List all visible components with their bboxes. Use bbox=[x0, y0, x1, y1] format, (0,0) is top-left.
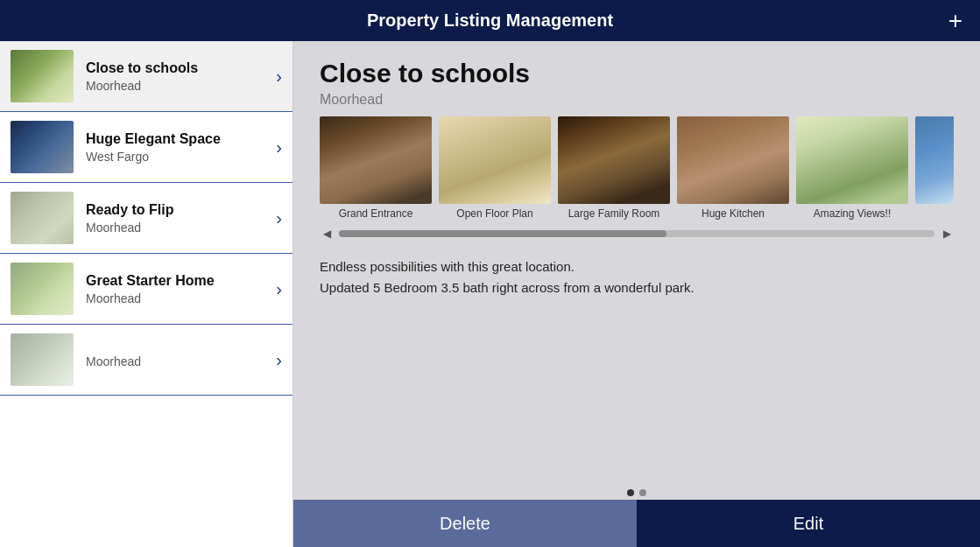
detail-subtitle: Moorhead bbox=[320, 92, 954, 108]
sidebar-item-great-starter-home[interactable]: Great Starter HomeMoorhead› bbox=[0, 254, 293, 325]
photo-item-4[interactable]: Amazing Views!! bbox=[796, 116, 908, 220]
app-header: Property Listing Management + bbox=[0, 0, 980, 41]
sidebar-item-subtitle-3: Moorhead bbox=[86, 291, 269, 305]
scroll-left-button[interactable]: ◀ bbox=[320, 227, 334, 241]
photo-thumb-5 bbox=[915, 116, 954, 204]
photo-label-2: Large Family Room bbox=[568, 207, 660, 220]
sidebar-item-title-0: Close to schools bbox=[86, 60, 269, 76]
dot-2 bbox=[639, 489, 646, 496]
sidebar-item-text-3: Great Starter HomeMoorhead bbox=[86, 273, 269, 305]
photo-thumb-3 bbox=[677, 116, 789, 204]
photo-item-2[interactable]: Large Family Room bbox=[558, 116, 670, 220]
description-line2: Updated 5 Bedroom 3.5 bath right across … bbox=[320, 277, 954, 298]
photo-item-5[interactable] bbox=[915, 116, 954, 220]
photo-label-1: Open Floor Plan bbox=[456, 207, 532, 220]
sidebar-item-subtitle-4: Moorhead bbox=[86, 354, 269, 368]
photo-item-0[interactable]: Grand Entrance bbox=[320, 116, 432, 220]
description-line1: Endless possibilities with this great lo… bbox=[320, 256, 954, 277]
sidebar-item-subtitle-2: Moorhead bbox=[86, 221, 269, 235]
sidebar-item-text-1: Huge Elegant SpaceWest Fargo bbox=[86, 131, 269, 164]
photo-item-3[interactable]: Huge Kitchen bbox=[677, 116, 789, 220]
sidebar-item-subtitle-1: West Fargo bbox=[86, 150, 269, 164]
detail-header: Close to schools Moorhead bbox=[293, 41, 980, 116]
sidebar-item-moorhead-5[interactable]: Moorhead› bbox=[0, 325, 293, 396]
chevron-right-icon-3: › bbox=[276, 279, 282, 299]
photo-thumb-1 bbox=[439, 116, 551, 204]
sidebar-item-text-2: Ready to FlipMoorhead bbox=[86, 202, 269, 235]
chevron-right-icon-4: › bbox=[276, 350, 282, 370]
scrollbar-area: ◀ ▶ bbox=[293, 223, 980, 244]
sidebar-item-close-to-schools[interactable]: Close to schoolsMoorhead› bbox=[0, 41, 293, 112]
sidebar-item-ready-to-flip[interactable]: Ready to FlipMoorhead› bbox=[0, 183, 293, 254]
scroll-track[interactable] bbox=[339, 230, 934, 237]
sidebar-item-image-0 bbox=[11, 50, 74, 102]
scroll-thumb bbox=[339, 230, 666, 237]
sidebar-item-image-3 bbox=[11, 263, 74, 315]
scroll-right-button[interactable]: ▶ bbox=[940, 227, 954, 241]
main-layout: Close to schoolsMoorhead›Huge Elegant Sp… bbox=[0, 41, 980, 547]
sidebar-item-image-4 bbox=[11, 333, 74, 386]
sidebar-item-text-4: Moorhead bbox=[86, 352, 269, 368]
photo-thumb-4 bbox=[796, 116, 908, 204]
detail-title: Close to schools bbox=[320, 59, 954, 88]
sidebar-item-subtitle-0: Moorhead bbox=[86, 79, 269, 93]
sidebar-item-image-1 bbox=[11, 121, 74, 173]
photo-label-3: Huge Kitchen bbox=[702, 207, 765, 220]
sidebar-item-title-1: Huge Elegant Space bbox=[86, 131, 269, 147]
photo-thumb-2 bbox=[558, 116, 670, 204]
detail-panel: Close to schools Moorhead Grand Entrance… bbox=[293, 41, 980, 547]
delete-button[interactable]: Delete bbox=[293, 500, 637, 547]
photo-label-0: Grand Entrance bbox=[339, 207, 413, 220]
action-bar: Delete Edit bbox=[293, 500, 980, 547]
sidebar-item-text-0: Close to schoolsMoorhead bbox=[86, 60, 269, 93]
sidebar-item-huge-elegant-space[interactable]: Huge Elegant SpaceWest Fargo› bbox=[0, 112, 293, 183]
edit-button[interactable]: Edit bbox=[637, 500, 980, 547]
app-title: Property Listing Management bbox=[367, 11, 613, 30]
sidebar-item-image-2 bbox=[11, 192, 74, 244]
chevron-right-icon-2: › bbox=[276, 208, 282, 228]
chevron-right-icon-1: › bbox=[276, 137, 282, 158]
sidebar: Close to schoolsMoorhead›Huge Elegant Sp… bbox=[0, 41, 293, 547]
photo-strip: Grand EntranceOpen Floor PlanLarge Famil… bbox=[320, 116, 954, 223]
photo-strip-container: Grand EntranceOpen Floor PlanLarge Famil… bbox=[293, 116, 980, 223]
chevron-right-icon-0: › bbox=[276, 67, 282, 87]
add-listing-button[interactable]: + bbox=[948, 7, 962, 35]
sidebar-item-title-3: Great Starter Home bbox=[86, 273, 269, 289]
dot-1 bbox=[627, 489, 634, 496]
photo-label-4: Amazing Views!! bbox=[814, 207, 891, 220]
photo-item-1[interactable]: Open Floor Plan bbox=[439, 116, 551, 220]
sidebar-item-title-2: Ready to Flip bbox=[86, 202, 269, 218]
photo-thumb-0 bbox=[320, 116, 432, 204]
dot-indicator bbox=[293, 486, 980, 500]
detail-description: Endless possibilities with this great lo… bbox=[293, 244, 980, 486]
